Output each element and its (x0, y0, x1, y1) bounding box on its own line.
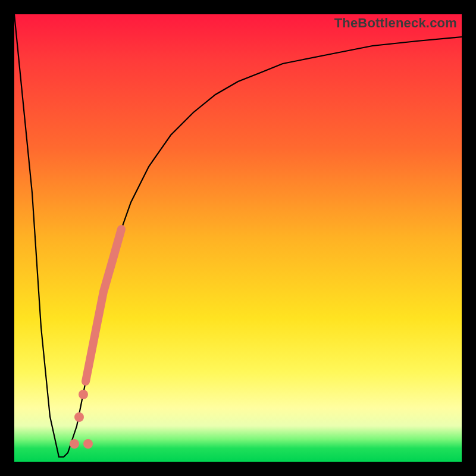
marker-dot (83, 439, 93, 449)
chart-svg (14, 14, 462, 462)
highlight-segment (86, 229, 121, 381)
frame-top (0, 0, 476, 14)
chart-frame: TheBottleneck.com (0, 0, 476, 476)
marker-dot (74, 412, 84, 422)
frame-bottom (0, 462, 476, 476)
marker-dot (79, 390, 88, 399)
marker-dot (70, 439, 79, 449)
frame-right (462, 0, 476, 476)
plot-area: TheBottleneck.com (14, 14, 462, 462)
frame-left (0, 0, 14, 476)
